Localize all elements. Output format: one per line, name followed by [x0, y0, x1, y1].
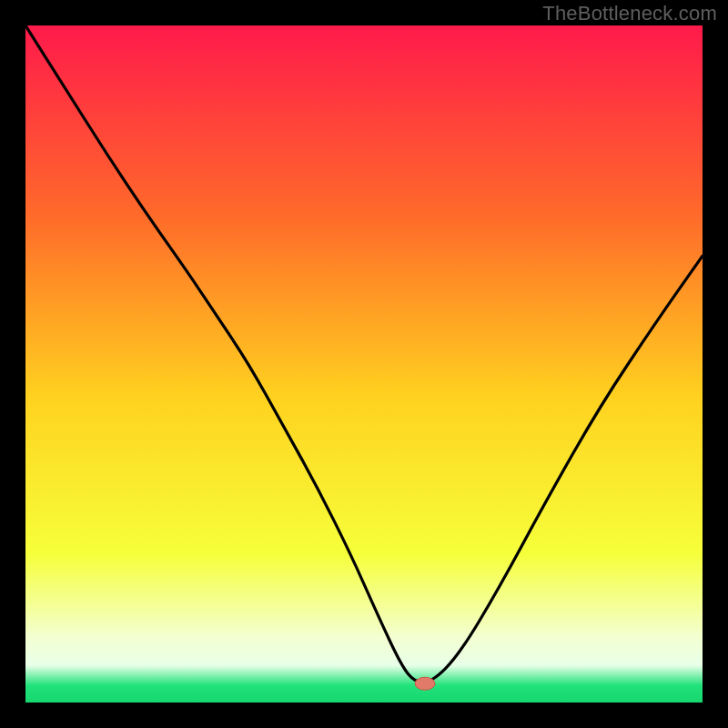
plot-svg [25, 25, 703, 703]
optimal-point-marker [415, 677, 435, 690]
watermark-text: TheBottleneck.com [542, 2, 717, 25]
gradient-background [25, 25, 703, 703]
outer-black-frame: TheBottleneck.com [0, 0, 728, 728]
plot-area [25, 25, 703, 703]
